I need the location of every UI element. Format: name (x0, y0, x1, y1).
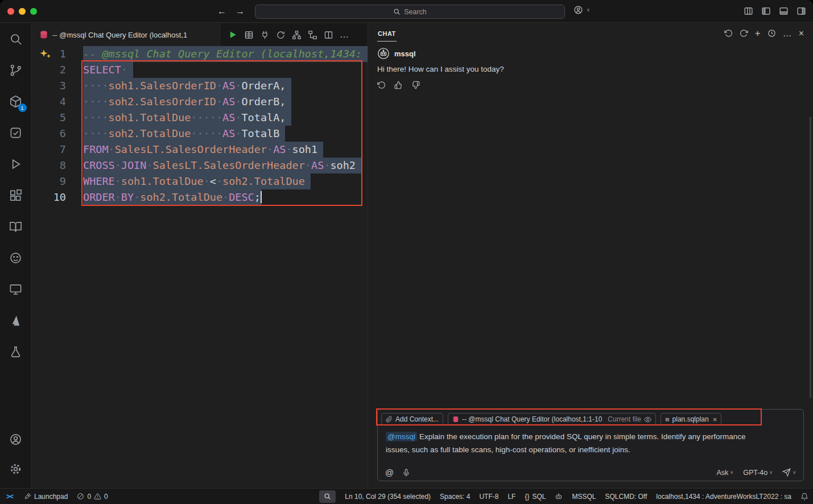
toggle-secondary-sidebar-icon[interactable] (797, 6, 806, 16)
line-number: 7 (32, 142, 66, 158)
sidebar-item-docs[interactable] (2, 211, 30, 242)
regenerate-icon[interactable] (377, 81, 386, 89)
sidebar-item-tasks[interactable] (2, 117, 30, 148)
cursor-position-button[interactable]: Ln 10, Col 29 (354 selected) (340, 489, 435, 504)
tab-bar: -- @mssql Chat Query Editor (localhost,1 (32, 23, 368, 46)
chevron-down-icon: ∨ (769, 470, 773, 475)
sidebar-item-search[interactable] (2, 23, 30, 55)
run-debug-icon (9, 158, 22, 171)
problems-button[interactable]: 0 0 (72, 489, 112, 504)
sidebar-item-github[interactable] (2, 242, 30, 274)
chat-more-icon[interactable]: … (783, 29, 792, 38)
send-button[interactable]: ∨ (782, 468, 796, 477)
history-nav: ← → (217, 0, 245, 23)
language-mode-button[interactable]: {} SQL (520, 489, 550, 504)
sidebar-item-azure[interactable] (2, 305, 30, 336)
mention-picker-icon[interactable]: @ (385, 468, 394, 477)
forward-icon[interactable]: → (236, 7, 245, 16)
sidebar-item-extensions[interactable] (2, 180, 30, 211)
chat-scrollbar[interactable] (810, 117, 811, 398)
mode-dropdown[interactable]: Ask ∨ (717, 469, 734, 477)
copilot-status-button[interactable] (550, 489, 567, 504)
sidebar-item-remote-explorer[interactable] (2, 274, 30, 305)
sidebar-item-containers[interactable]: 1 (2, 86, 30, 117)
chat-input-box[interactable]: Add Context... -- @mssql Chat Query Edit… (377, 409, 804, 481)
chat-message-text: Hi there! How can I assist you today? (368, 60, 813, 73)
thumbs-up-icon[interactable] (394, 81, 403, 89)
more-actions-icon[interactable]: … (340, 30, 349, 39)
model-dropdown[interactable]: GPT-4o ∨ (743, 469, 773, 477)
new-chat-icon[interactable]: + (755, 28, 761, 38)
estimated-plan-icon[interactable] (292, 30, 302, 40)
command-center-search[interactable]: Search (255, 5, 565, 19)
chat-input-toolbar: @ Ask ∨ GPT-4o ∨ (385, 468, 796, 477)
chat-header-actions: + … × (724, 28, 804, 38)
code-line[interactable]: 5····soh1.TotalDue·····AS·TotalA, (32, 110, 368, 126)
thumbs-down-icon[interactable] (411, 81, 420, 89)
tab-mssql-query-editor[interactable]: -- @mssql Chat Query Editor (localhost,1 (32, 23, 220, 46)
plan-file-chip[interactable]: ≡ plan.sqlplan × (661, 413, 721, 425)
schema-designer-icon[interactable] (308, 30, 317, 40)
sidebar-item-lab[interactable] (2, 336, 30, 367)
sqlcmd-label: SQLCMD: Off (605, 493, 647, 501)
launchpad-button[interactable]: Launchpad (19, 489, 72, 504)
run-query-button[interactable] (228, 30, 238, 40)
search-placeholder: Search (404, 8, 427, 16)
current-file-chip[interactable]: -- @mssql Chat Query Editor (localhost,1… (448, 413, 656, 425)
mssql-status-button[interactable]: MSSQL (567, 489, 600, 504)
chat-prompt-text[interactable]: @mssqlExplain the execution plan for the… (378, 425, 760, 456)
connection-status-button[interactable]: localhost,1434 : AdventureWorksLT2022 : … (651, 489, 796, 504)
selection-highlight: FROM·SalesLT.SalesOrderHeader·AS·soh1 (83, 142, 323, 158)
encoding-button[interactable]: UTF-8 (474, 489, 503, 504)
sqlcmd-status-button[interactable]: SQLCMD: Off (601, 489, 652, 504)
zoom-status-button[interactable] (319, 490, 336, 503)
vscode-window: ← → Search ∨ (0, 0, 813, 504)
code-line[interactable]: 9WHERE·soh1.TotalDue·<·soh2.TotalDue (32, 173, 368, 189)
code-line[interactable]: 10ORDER·BY·soh2.TotalDue·DESC; (32, 189, 368, 205)
account-button[interactable] (2, 424, 30, 454)
editor-toolbar: … (220, 23, 349, 46)
code-line[interactable]: 8CROSS·JOIN·SalesLT.SalesOrderHeader·AS·… (32, 158, 368, 173)
change-connection-icon[interactable] (276, 30, 286, 40)
eye-icon[interactable] (644, 416, 651, 423)
eol-button[interactable]: LF (503, 489, 520, 504)
code-line[interactable]: 7FROM·SalesLT.SalesOrderHeader·AS·soh1 (32, 142, 368, 158)
code-line[interactable]: 1-- @mssql Chat Query Editor (localhost,… (32, 46, 368, 62)
mic-icon[interactable] (402, 469, 410, 477)
results-grid-icon[interactable] (244, 30, 254, 40)
code-line[interactable]: 6····soh2.TotalDue·····AS·TotalB (32, 126, 368, 142)
zoom-window-button[interactable] (30, 8, 37, 15)
disconnect-icon[interactable] (260, 30, 270, 40)
toggle-panel-icon[interactable] (779, 6, 789, 16)
chevron-down-icon: ∨ (793, 470, 796, 475)
add-context-chip[interactable]: Add Context... (381, 413, 443, 425)
customize-layout-icon[interactable] (744, 6, 753, 16)
code-line[interactable]: 4····soh2.SalesOrderID·AS·OrderB, (32, 94, 368, 110)
tab-chat[interactable]: CHAT (377, 25, 397, 42)
search-icon (393, 8, 401, 15)
toggle-primary-sidebar-icon[interactable] (761, 6, 771, 16)
remove-chip-icon[interactable]: × (713, 415, 717, 424)
indentation-button[interactable]: Spaces: 4 (435, 489, 474, 504)
sidebar-item-source-control[interactable] (2, 55, 30, 86)
settings-button[interactable] (2, 454, 30, 484)
mssql-mention[interactable]: @mssql (386, 432, 417, 441)
account-menu[interactable]: ∨ (573, 5, 590, 15)
chat-history-icon[interactable] (767, 29, 776, 38)
sidebar-item-run-debug[interactable] (2, 148, 30, 180)
code-line[interactable]: 3····soh1.SalesOrderID·AS·OrderA, (32, 78, 368, 94)
line-number: 10 (32, 189, 66, 205)
notifications-button[interactable] (796, 489, 813, 504)
chat-undo-icon[interactable] (724, 29, 733, 38)
add-context-label: Add Context... (395, 415, 439, 423)
errors-count: 0 (87, 493, 91, 501)
split-editor-icon[interactable] (324, 30, 333, 40)
minimize-window-button[interactable] (19, 8, 26, 15)
prompt-body: Explain the execution plan for the provi… (386, 432, 746, 454)
remote-indicator[interactable]: >< (0, 489, 19, 504)
close-window-button[interactable] (7, 8, 14, 15)
chat-close-icon[interactable]: × (799, 29, 804, 38)
back-icon[interactable]: ← (217, 7, 226, 16)
chat-redo-icon[interactable] (740, 29, 748, 38)
code-line[interactable]: 2SELECT· (32, 62, 368, 78)
